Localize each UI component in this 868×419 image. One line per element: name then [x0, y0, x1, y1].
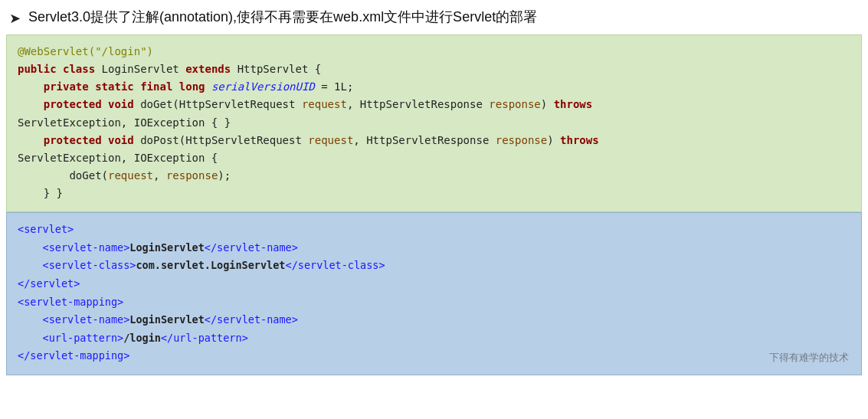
xml-tag-servlet-class-open: <servlet-class>: [43, 259, 136, 271]
param-request-3: request: [108, 169, 153, 182]
kw-long: long: [179, 80, 205, 93]
xml-tag-servlet-name-open-2: <servlet-name>: [43, 313, 130, 326]
serial-version-uid: serialVersionUID: [211, 80, 315, 93]
header-section: ➤ Servlet3.0提供了注解(annotation),使得不再需要在web…: [0, 0, 868, 34]
kw-private: private: [44, 80, 89, 93]
kw-void-2: void: [108, 134, 134, 146]
param-response-1: response: [489, 98, 540, 110]
param-request-2: request: [308, 134, 353, 146]
xml-tag-servlet-class-close: </servlet-class>: [286, 259, 385, 271]
header-arrow: ➤: [9, 9, 21, 28]
xml-tag-servlet-name-close-1: </servlet-name>: [205, 241, 298, 254]
xml-text-url-pattern: /login: [123, 332, 161, 344]
xml-text-servlet-name-1: LoginServlet: [129, 241, 205, 254]
annotation-webservlet: @WebServlet: [18, 45, 89, 57]
xml-tag-servlet-mapping-open: <servlet-mapping>: [18, 296, 123, 308]
kw-public-1: public: [18, 63, 57, 75]
kw-void-1: void: [108, 98, 134, 110]
kw-protected-2: protected: [44, 134, 102, 146]
kw-protected-1: protected: [44, 98, 102, 110]
xml-tag-servlet-name-close-2: </servlet-name>: [205, 313, 298, 326]
kw-class: class: [63, 63, 95, 75]
kw-static: static: [95, 80, 134, 93]
param-response-2: response: [496, 134, 547, 146]
xml-text-servlet-class: com.servlet.LoginServlet: [136, 259, 285, 271]
xml-text-servlet-name-2: LoginServlet: [129, 313, 205, 326]
xml-tag-url-pattern-close: </url-pattern>: [161, 332, 248, 344]
kw-throws-1: throws: [554, 98, 593, 110]
param-request-1: request: [302, 98, 347, 110]
xml-code-block: <servlet> <servlet-name>LoginServlet</se…: [6, 212, 862, 375]
annotation-value: ("/login"): [89, 45, 153, 57]
kw-extends: extends: [185, 63, 231, 75]
param-response-3: response: [166, 169, 218, 182]
xml-tag-servlet-open: <servlet>: [18, 223, 74, 235]
java-code-block: @WebServlet("/login") public class Login…: [6, 34, 862, 212]
xml-tag-servlet-name-open-1: <servlet-name>: [43, 241, 130, 254]
kw-final: final: [140, 80, 172, 93]
java-code-pre: @WebServlet("/login") public class Login…: [18, 43, 850, 202]
header-text: Servlet3.0提供了注解(annotation),使得不再需要在web.x…: [28, 8, 537, 27]
xml-tag-servlet-mapping-close: </servlet-mapping>: [18, 349, 129, 362]
xml-code-pre: <servlet> <servlet-name>LoginServlet</se…: [18, 221, 850, 365]
kw-throws-2: throws: [560, 134, 599, 146]
xml-tag-servlet-close: </servlet>: [18, 277, 80, 290]
xml-tag-url-pattern-open: <url-pattern>: [43, 332, 124, 344]
